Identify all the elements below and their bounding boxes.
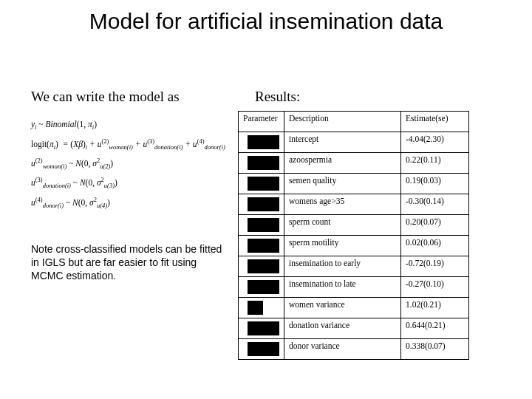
table-row: semen quality0.19(0.03) bbox=[239, 174, 469, 194]
estimate-cell: 1.02(0.21) bbox=[401, 298, 469, 318]
table-row: womens age>35-0.30(0.14) bbox=[239, 194, 469, 215]
table-row: intercept-4.04(2.30) bbox=[239, 132, 469, 153]
parameter-cell bbox=[239, 132, 284, 153]
note-text: Note cross-classified models can be fitt… bbox=[31, 242, 223, 283]
parameter-cell bbox=[239, 298, 284, 318]
table-row: women variance1.02(0.21) bbox=[239, 298, 469, 318]
parameter-cell bbox=[239, 153, 284, 174]
redacted-parameter-icon bbox=[248, 280, 279, 294]
slide-title: Model for artificial insemination data bbox=[0, 9, 532, 34]
description-cell: azoospermia bbox=[284, 153, 401, 174]
redacted-parameter-icon bbox=[248, 239, 279, 253]
redacted-parameter-icon bbox=[248, 342, 279, 356]
redacted-parameter-icon bbox=[248, 156, 279, 170]
table-row: donor variance0.338(0.07) bbox=[239, 339, 469, 360]
table-header-row: Parameter Description Estimate(se) bbox=[239, 112, 469, 132]
results-label: Results: bbox=[255, 89, 300, 105]
table-row: azoospermia0.22(0.11) bbox=[239, 153, 469, 174]
table-row: donation variance0.644(0.21) bbox=[239, 318, 469, 339]
parameter-cell bbox=[239, 318, 284, 339]
intro-text: We can write the model as bbox=[31, 89, 180, 105]
description-cell: sperm motility bbox=[284, 236, 401, 256]
redacted-parameter-icon bbox=[248, 218, 279, 232]
redacted-parameter-icon bbox=[248, 197, 279, 211]
redacted-parameter-icon bbox=[248, 259, 279, 273]
description-cell: semen quality bbox=[284, 174, 401, 194]
estimate-cell: -0.27(0.10) bbox=[401, 277, 469, 298]
results-table: Parameter Description Estimate(se) inter… bbox=[238, 111, 469, 360]
estimate-cell: -0.30(0.14) bbox=[401, 194, 469, 215]
header-parameter: Parameter bbox=[239, 112, 284, 132]
redacted-parameter-icon bbox=[248, 321, 279, 335]
formula-line-4: u(3)donation(i) ~ N(0, σ2u(3)) bbox=[31, 175, 231, 190]
redacted-parameter-icon bbox=[248, 135, 279, 149]
table-row: sperm count0.20(0.07) bbox=[239, 215, 469, 236]
header-estimate: Estimate(se) bbox=[401, 112, 469, 132]
table-row: insemination to late-0.27(0.10) bbox=[239, 277, 469, 298]
parameter-cell bbox=[239, 236, 284, 256]
parameter-cell bbox=[239, 339, 284, 360]
estimate-cell: 0.22(0.11) bbox=[401, 153, 469, 174]
table-body: intercept-4.04(2.30)azoospermia0.22(0.11… bbox=[239, 132, 469, 360]
formula-line-3: u(2)woman(i) ~ N(0, σ2u(2)) bbox=[31, 156, 231, 171]
table-row: insemination to early-0.72(0.19) bbox=[239, 256, 469, 277]
estimate-cell: 0.338(0.07) bbox=[401, 339, 469, 360]
estimate-cell: 0.644(0.21) bbox=[401, 318, 469, 339]
estimate-cell: 0.02(0.06) bbox=[401, 236, 469, 256]
description-cell: womens age>35 bbox=[284, 194, 401, 215]
parameter-cell bbox=[239, 174, 284, 194]
description-cell: donation variance bbox=[284, 318, 401, 339]
description-cell: insemination to late bbox=[284, 277, 401, 298]
estimate-cell: -0.72(0.19) bbox=[401, 256, 469, 277]
estimate-cell: 0.19(0.03) bbox=[401, 174, 469, 194]
formula-line-1: yi ~ Binomial(1, πi) bbox=[31, 118, 231, 132]
description-cell: intercept bbox=[284, 132, 401, 153]
parameter-cell bbox=[239, 215, 284, 236]
estimate-cell: -4.04(2.30) bbox=[401, 132, 469, 153]
parameter-cell bbox=[239, 277, 284, 298]
estimate-cell: 0.20(0.07) bbox=[401, 215, 469, 236]
header-description: Description bbox=[284, 112, 401, 132]
description-cell: women variance bbox=[284, 298, 401, 318]
redacted-parameter-icon bbox=[248, 177, 279, 191]
formula-line-2: logit(πi) = (Xβ)i + u(2)woman(i) + u(3)d… bbox=[31, 137, 231, 151]
slide: Model for artificial insemination data W… bbox=[0, 0, 532, 399]
description-cell: donor variance bbox=[284, 339, 401, 360]
formula-line-5: u(4)donor(i) ~ N(0, σ2u(4)) bbox=[31, 195, 231, 210]
description-cell: insemination to early bbox=[284, 256, 401, 277]
parameter-cell bbox=[239, 194, 284, 215]
parameter-cell bbox=[239, 256, 284, 277]
model-formulas: yi ~ Binomial(1, πi) logit(πi) = (Xβ)i +… bbox=[31, 118, 231, 214]
table-row: sperm motility0.02(0.06) bbox=[239, 236, 469, 256]
description-cell: sperm count bbox=[284, 215, 401, 236]
redacted-parameter-icon bbox=[248, 301, 263, 315]
